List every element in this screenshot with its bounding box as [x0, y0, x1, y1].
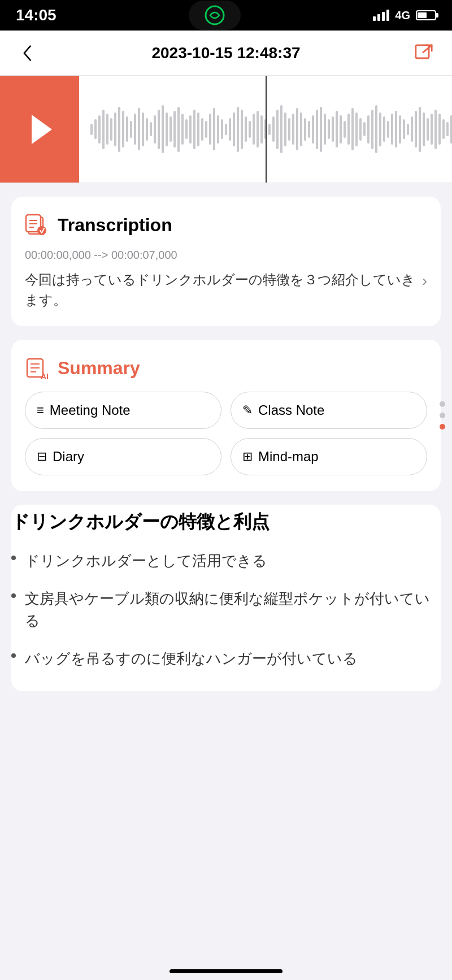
svg-point-7 [37, 226, 46, 235]
diary-label: Diary [53, 449, 84, 465]
nav-title: 2023-10-15 12:48:37 [151, 44, 300, 62]
transcript-body: 今回は持っているドリンクホルダーの特徴を３つ紹介していきます。 › [25, 270, 427, 310]
transcription-title: Transcription [58, 215, 172, 236]
meeting-note-icon: ≡ [37, 403, 44, 418]
transcript-text: 今回は持っているドリンクホルダーの特徴を３つ紹介していきます。 [25, 270, 416, 310]
svg-point-0 [206, 6, 224, 24]
dot-1 [440, 401, 445, 407]
status-center-island [189, 1, 241, 30]
class-note-label: Class Note [258, 402, 324, 418]
list-item: バッグを吊るすのに便利なハンガーが付いている [11, 648, 441, 670]
signal-icon [373, 10, 389, 21]
dot-3 [440, 424, 445, 430]
summary-content-heading: ドリンクホルダーの特徴と利点 [11, 510, 441, 534]
diary-icon: ⊟ [37, 449, 47, 464]
list-item-text: 文房具やケーブル類の収納に便利な縦型ポケットが付いている [25, 588, 441, 632]
svg-text:AI: AI [41, 372, 49, 380]
list-item-text: バッグを吊るすのに便利なハンガーが付いている [25, 648, 358, 670]
summary-title: Summary [58, 358, 140, 379]
mindmap-label: Mind-map [258, 449, 319, 465]
summary-card: AI Summary ≡ Meeting Note ✎ Class Note ⊟… [11, 340, 441, 491]
play-icon [32, 115, 52, 144]
class-note-icon: ✎ [242, 403, 253, 418]
waveform [79, 76, 452, 183]
audio-player [0, 76, 452, 183]
class-note-button[interactable]: ✎ Class Note [231, 392, 427, 429]
network-type: 4G [395, 9, 410, 22]
summary-content-card: ドリンクホルダーの特徴と利点 ドリンクホルダーとして活用できる 文房具やケーブル… [11, 505, 441, 691]
summary-icon: AI [25, 355, 50, 380]
transcription-icon [25, 213, 50, 237]
list-item: 文房具やケーブル類の収納に便利な縦型ポケットが付いている [11, 588, 441, 632]
share-button[interactable] [411, 41, 436, 66]
main-content: Transcription 00:00:00,000 --> 00:00:07,… [0, 183, 452, 705]
transcript-arrow[interactable]: › [422, 272, 427, 290]
transcript-timestamp: 00:00:00,000 --> 00:00:07,000 [25, 249, 427, 262]
meeting-note-button[interactable]: ≡ Meeting Note [25, 392, 221, 429]
list-item-text: ドリンクホルダーとして活用できる [25, 550, 267, 572]
waveform-cursor [266, 76, 267, 183]
dot-2 [440, 413, 445, 418]
battery-icon [416, 10, 436, 20]
app-logo-icon [205, 5, 225, 25]
diary-button[interactable]: ⊟ Diary [25, 438, 221, 475]
status-bar: 14:05 4G [0, 0, 452, 31]
back-button[interactable] [16, 41, 41, 66]
meeting-note-label: Meeting Note [50, 402, 131, 418]
status-time: 14:05 [16, 6, 56, 24]
list-item: ドリンクホルダーとして活用できる [11, 550, 441, 572]
home-indicator [169, 969, 282, 973]
summary-header: AI Summary [25, 355, 427, 380]
bullet-icon [11, 593, 16, 598]
pagination-dots [440, 401, 445, 430]
mindmap-icon: ⊞ [242, 449, 253, 464]
summary-buttons-grid: ≡ Meeting Note ✎ Class Note ⊟ Diary ⊞ Mi… [25, 392, 427, 475]
bullet-icon [11, 556, 16, 560]
mindmap-button[interactable]: ⊞ Mind-map [231, 438, 427, 475]
transcription-header: Transcription [25, 213, 427, 237]
transcription-card: Transcription 00:00:00,000 --> 00:00:07,… [11, 197, 441, 326]
svg-rect-1 [416, 45, 429, 58]
status-indicators: 4G [373, 9, 436, 22]
summary-list: ドリンクホルダーとして活用できる 文房具やケーブル類の収納に便利な縦型ポケットが… [11, 550, 441, 670]
nav-bar: 2023-10-15 12:48:37 [0, 31, 452, 76]
play-button[interactable] [0, 76, 79, 183]
bullet-icon [11, 653, 16, 658]
